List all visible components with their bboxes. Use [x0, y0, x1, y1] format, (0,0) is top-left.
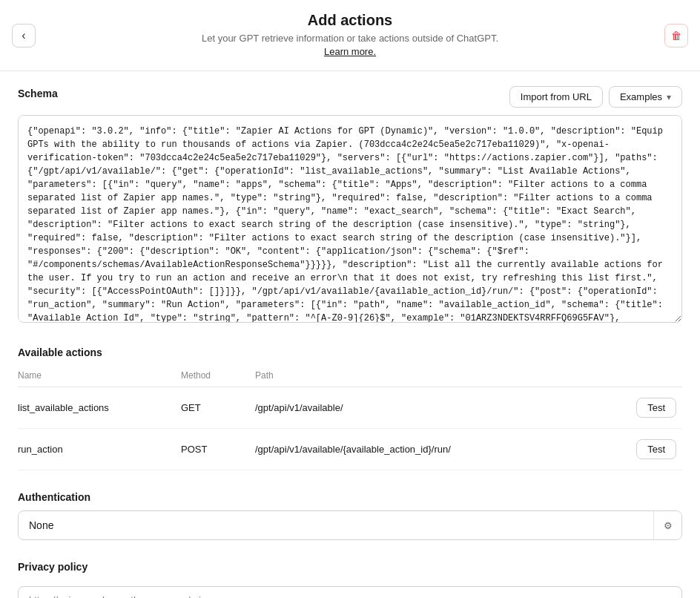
auth-label: Authentication: [18, 491, 682, 503]
page-header: ‹ Add actions Let your GPT retrieve info…: [0, 0, 700, 71]
page-subtitle: Let your GPT retrieve information or tak…: [202, 32, 498, 59]
examples-label: Examples: [620, 91, 662, 102]
schema-section: Schema Import from URL Examples ▾ {"open…: [18, 86, 682, 326]
actions-table-body: list_available_actions GET /gpt/api/v1/a…: [18, 387, 682, 470]
col-header-action: [623, 366, 682, 387]
actions-table-head: Name Method Path: [18, 366, 682, 387]
privacy-policy-label: Privacy policy: [18, 561, 682, 573]
available-actions-section: Available actions Name Method Path list_…: [18, 346, 682, 470]
gear-icon: ⚙: [664, 520, 673, 531]
back-button[interactable]: ‹: [12, 24, 36, 47]
auth-settings-button[interactable]: ⚙: [653, 511, 681, 539]
test-button[interactable]: Test: [636, 398, 676, 418]
header-center: Add actions Let your GPT retrieve inform…: [202, 12, 498, 59]
action-test-cell: Test: [623, 429, 682, 470]
action-name: list_available_actions: [18, 387, 181, 429]
col-header-name: Name: [18, 366, 181, 387]
action-path: /gpt/api/v1/available/: [255, 387, 623, 429]
learn-more-link[interactable]: Learn more.: [324, 46, 376, 57]
page-title: Add actions: [202, 12, 498, 29]
trash-icon: 🗑: [671, 30, 681, 42]
schema-textarea[interactable]: {"openapi": "3.0.2", "info": {"title": "…: [18, 115, 682, 323]
action-method: GET: [181, 387, 255, 429]
col-header-path: Path: [255, 366, 623, 387]
action-method: POST: [181, 429, 255, 470]
auth-input-row: ⚙: [18, 510, 682, 540]
col-header-method: Method: [181, 366, 255, 387]
back-icon: ‹: [22, 29, 25, 42]
delete-button[interactable]: 🗑: [664, 24, 688, 47]
auth-input[interactable]: [19, 512, 653, 539]
main-content: Schema Import from URL Examples ▾ {"open…: [0, 71, 700, 598]
test-button[interactable]: Test: [636, 439, 676, 459]
privacy-policy-section: Privacy policy: [18, 561, 682, 598]
action-path: /gpt/api/v1/available/{available_action_…: [255, 429, 623, 470]
chevron-down-icon: ▾: [667, 92, 671, 102]
schema-header: Schema Import from URL Examples ▾: [18, 86, 682, 108]
schema-label: Schema: [18, 88, 58, 99]
available-actions-label: Available actions: [18, 346, 682, 358]
action-test-cell: Test: [623, 387, 682, 429]
table-row: run_action POST /gpt/api/v1/available/{a…: [18, 429, 682, 470]
privacy-policy-input[interactable]: [18, 586, 682, 598]
table-row: list_available_actions GET /gpt/api/v1/a…: [18, 387, 682, 429]
authentication-section: Authentication ⚙: [18, 491, 682, 540]
examples-button[interactable]: Examples ▾: [609, 86, 682, 108]
action-name: run_action: [18, 429, 181, 470]
actions-table: Name Method Path list_available_actions …: [18, 366, 682, 470]
schema-actions: Import from URL Examples ▾: [509, 86, 682, 108]
import-from-url-button[interactable]: Import from URL: [509, 86, 603, 108]
